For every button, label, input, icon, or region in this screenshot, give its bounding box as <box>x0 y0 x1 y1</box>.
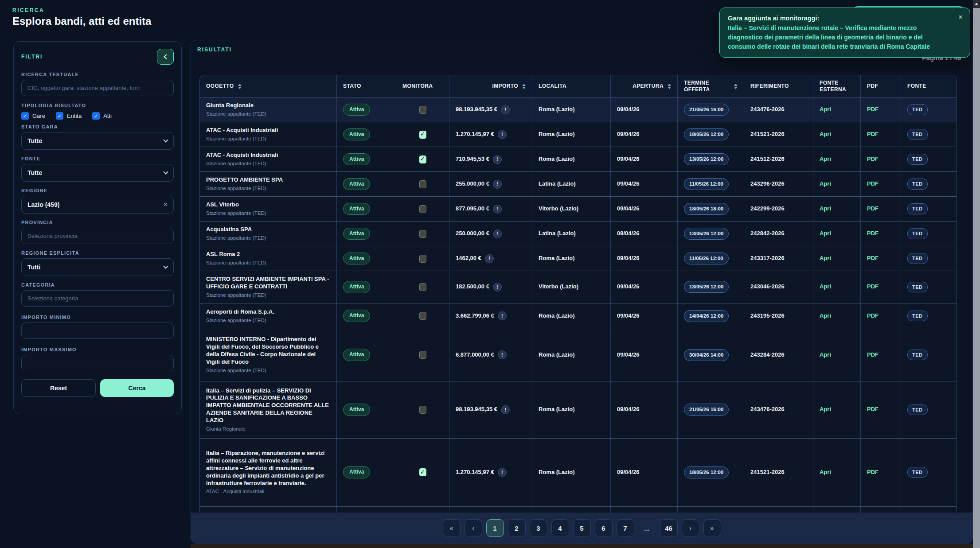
pdf-link[interactable]: PDF <box>867 255 878 262</box>
pdf-link[interactable]: PDF <box>867 131 878 138</box>
type-option-gare[interactable]: ✓Gare <box>21 112 45 120</box>
monitora-checkbox[interactable] <box>419 351 426 359</box>
page-button-current[interactable]: 1 <box>486 519 504 537</box>
apri-link[interactable]: Apri <box>820 406 831 413</box>
type-option-entita[interactable]: ✓Entita <box>56 112 82 120</box>
checkbox-icon[interactable]: ✓ <box>21 112 29 120</box>
pdf-link[interactable]: PDF <box>867 312 878 320</box>
page-button-2[interactable]: 2 <box>508 519 526 537</box>
info-icon[interactable]: ! <box>501 405 510 414</box>
table-row[interactable]: ATAC - Acquisti IndustrialiStazione appa… <box>200 122 957 147</box>
type-option-atti[interactable]: ✓Atti <box>92 112 112 120</box>
apri-link[interactable]: Apri <box>820 205 831 213</box>
sort-icon[interactable] <box>668 84 671 89</box>
pdf-link[interactable]: PDF <box>867 351 878 359</box>
info-icon[interactable]: ! <box>498 468 507 477</box>
apri-link[interactable]: Apri <box>820 469 831 476</box>
vertical-scrollbar[interactable] <box>973 0 980 548</box>
sort-icon[interactable] <box>238 84 242 89</box>
info-icon[interactable]: ! <box>501 105 510 114</box>
page-ellipsis-button[interactable]: ... <box>638 519 656 537</box>
table-row[interactable]: Aeroporti di Roma S.p.A.Stazione appalta… <box>200 303 957 329</box>
page-last-button[interactable]: » <box>703 519 721 537</box>
stato-gara-select[interactable]: Tutte <box>21 132 174 150</box>
table-row[interactable]: ATAC - Acquisti IndustrialiStazione appa… <box>200 147 957 172</box>
page-next-button[interactable]: › <box>682 519 699 537</box>
categoria-input[interactable] <box>21 290 174 307</box>
importo-minimo-input[interactable] <box>21 323 174 339</box>
table-row[interactable]: Acqualatina SPAStazione appaltante (TED)… <box>200 222 957 246</box>
apri-link[interactable]: Apri <box>820 131 831 138</box>
fonte-select[interactable]: Tutte <box>21 164 174 182</box>
apri-link[interactable]: Apri <box>820 106 831 113</box>
monitora-checkbox[interactable] <box>419 255 426 263</box>
table-row[interactable]: ASL ViterboStazione appaltante (TED)Atti… <box>200 197 957 222</box>
apri-link[interactable]: Apri <box>820 351 831 359</box>
page-button-3[interactable]: 3 <box>530 519 547 537</box>
monitora-checkbox[interactable] <box>419 205 426 213</box>
reset-button[interactable]: Reset <box>21 379 96 397</box>
cerca-button[interactable]: Cerca <box>100 379 174 397</box>
monitora-checkbox[interactable] <box>419 180 426 188</box>
column-header-termine[interactable]: TERMINE OFFERTA <box>678 75 744 97</box>
page-button-7[interactable]: 7 <box>617 519 634 537</box>
info-icon[interactable]: ! <box>498 130 507 139</box>
page-first-button[interactable]: « <box>443 519 461 537</box>
apri-link[interactable]: Apri <box>820 283 831 291</box>
collapse-filters-button[interactable] <box>157 49 174 65</box>
monitora-checkbox[interactable] <box>419 406 426 414</box>
clear-regione-icon[interactable]: × <box>164 201 168 208</box>
pdf-link[interactable]: PDF <box>867 406 878 413</box>
sort-icon[interactable] <box>522 84 526 89</box>
pdf-link[interactable]: PDF <box>867 230 878 237</box>
monitora-checkbox[interactable] <box>419 312 426 320</box>
apri-link[interactable]: Apri <box>820 230 831 237</box>
importo-massimo-input[interactable] <box>21 355 174 371</box>
table-row[interactable]: Italia – Servizi di pulizia – SERVIZIO D… <box>200 381 957 439</box>
page-prev-button[interactable]: ‹ <box>465 519 482 537</box>
apri-link[interactable]: Apri <box>820 312 831 320</box>
apri-link[interactable]: Apri <box>820 155 831 163</box>
search-input[interactable] <box>21 80 174 96</box>
scroll-up-button[interactable] <box>973 0 980 8</box>
table-row[interactable]: MINISTERO INTERNO - Dipartimento dei Vig… <box>200 329 957 381</box>
apri-link[interactable]: Apri <box>820 180 831 188</box>
page-button-46[interactable]: 46 <box>660 519 678 537</box>
page-button-4[interactable]: 4 <box>551 519 569 537</box>
provincia-input[interactable] <box>21 228 174 244</box>
pdf-link[interactable]: PDF <box>867 469 878 476</box>
page-button-5[interactable]: 5 <box>573 519 591 537</box>
monitora-checkbox[interactable] <box>419 230 426 238</box>
pdf-link[interactable]: PDF <box>867 283 878 291</box>
checkbox-icon[interactable]: ✓ <box>92 112 100 120</box>
info-icon[interactable]: ! <box>493 155 502 164</box>
monitora-checkbox[interactable] <box>419 106 426 114</box>
column-header-apertura[interactable]: APERTURA <box>611 75 678 97</box>
close-icon[interactable]: × <box>958 13 963 21</box>
monitora-checkbox[interactable]: ✓ <box>419 155 426 163</box>
info-icon[interactable]: ! <box>498 350 507 359</box>
table-row[interactable]: PROGETTO AMBIENTE SPAStazione appaltante… <box>200 172 957 197</box>
regione-esplicita-select[interactable]: Tutti <box>21 258 174 276</box>
monitora-checkbox[interactable]: ✓ <box>419 468 426 476</box>
pdf-link[interactable]: PDF <box>867 180 878 188</box>
table-row[interactable]: Giunta RegionaleStazione appaltante (TED… <box>200 97 957 122</box>
pdf-link[interactable]: PDF <box>867 205 878 213</box>
apri-link[interactable]: Apri <box>820 255 831 262</box>
pdf-link[interactable]: PDF <box>867 155 878 163</box>
column-header-importo[interactable]: IMPORTO <box>449 75 532 97</box>
regione-select[interactable]: Lazio (459) × <box>21 196 174 214</box>
table-row[interactable]: ASL Roma 2Stazione appaltante (TED)Attiv… <box>200 246 957 271</box>
info-icon[interactable]: ! <box>485 254 494 263</box>
page-button-6[interactable]: 6 <box>595 519 613 537</box>
sort-icon[interactable] <box>734 84 738 89</box>
monitora-checkbox[interactable] <box>419 283 426 291</box>
info-icon[interactable]: ! <box>493 205 502 214</box>
table-row[interactable]: Italia – Riparazione, manutenzione e ser… <box>200 439 957 507</box>
info-icon[interactable]: ! <box>493 180 502 189</box>
checkbox-icon[interactable]: ✓ <box>56 112 63 120</box>
monitora-checkbox[interactable]: ✓ <box>419 131 426 139</box>
pdf-link[interactable]: PDF <box>867 106 878 113</box>
info-icon[interactable]: ! <box>498 311 507 320</box>
table-row[interactable]: CENTRO SERVIZI AMBIENTE IMPIANTI SPA - U… <box>200 271 957 303</box>
